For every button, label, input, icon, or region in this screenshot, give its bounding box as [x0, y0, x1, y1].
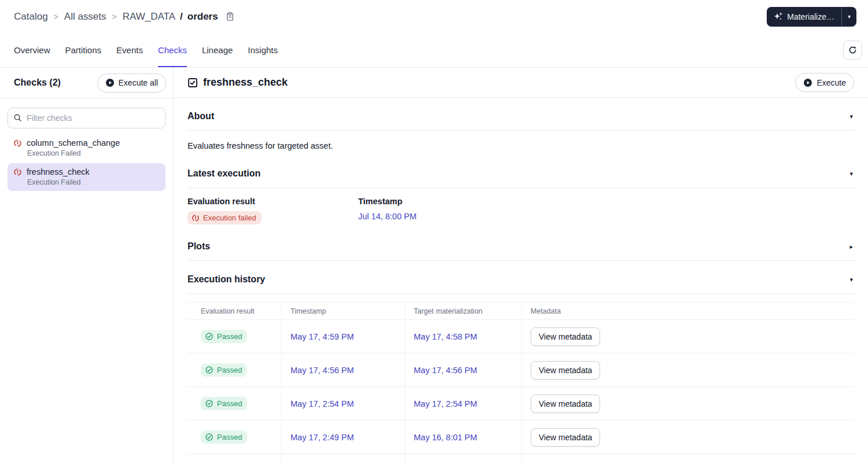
target-materialization-link[interactable]: May 17, 4:56 PM [414, 366, 477, 375]
section-divider [187, 293, 854, 294]
view-metadata-button[interactable]: View metadata [531, 395, 600, 413]
table-row: Passed May 17, 4:56 PM May 17, 4:56 PM V… [187, 353, 854, 387]
latest-execution-timestamp-link[interactable]: Jul 14, 8:00 PM [358, 212, 417, 221]
materialize-button[interactable]: Materialize… ▾ [767, 7, 856, 27]
execute-all-button[interactable]: Execute all [97, 73, 166, 93]
column-header-timestamp: Timestamp [281, 303, 404, 320]
latest-execution-heading: Latest execution [187, 168, 260, 179]
table-row: Passed May 17, 2:49 PM May 16, 8:01 PM V… [187, 421, 854, 454]
passed-badge: Passed [201, 397, 247, 410]
target-materialization-link[interactable]: May 17, 4:58 PM [414, 332, 477, 341]
collapse-caret-icon[interactable]: ▾ [849, 277, 853, 283]
execution-timestamp-link[interactable]: May 17, 4:59 PM [290, 332, 354, 341]
evaluation-result-label: Evaluation result [187, 197, 358, 206]
passed-badge: Passed [201, 330, 247, 343]
top-bar: Catalog > All assets > RAW_DATA / orders… [0, 0, 868, 33]
refresh-button[interactable] [843, 40, 862, 60]
target-materialization-link[interactable]: May 17, 2:54 PM [414, 399, 477, 408]
asset-path-divider: / [180, 11, 183, 23]
materialize-dropdown-caret-icon[interactable]: ▾ [841, 7, 856, 27]
collapse-caret-icon[interactable]: ▾ [849, 113, 853, 120]
view-metadata-button[interactable]: View metadata [531, 361, 600, 380]
execution-failed-icon [13, 168, 22, 176]
checks-sidebar: Checks (2) Execute all column_schema_cha… [0, 68, 174, 464]
play-circle-icon [803, 78, 812, 87]
breadcrumb-key-prefix[interactable]: RAW_DATA [123, 11, 175, 23]
tab-overview[interactable]: Overview [14, 33, 50, 67]
table-row [187, 454, 854, 464]
tab-bar: Overview Partitions Events Checks Lineag… [0, 33, 868, 68]
collapse-caret-icon[interactable]: ▾ [849, 171, 853, 177]
check-circle-icon [205, 366, 214, 374]
checks-count-title: Checks (2) [14, 78, 61, 88]
sparkle-icon [774, 12, 783, 21]
check-detail-pane: freshness_check Execute About ▾ Evaluate… [174, 68, 868, 464]
check-circle-icon [205, 332, 214, 341]
copy-asset-key-icon[interactable] [225, 12, 235, 21]
check-square-icon [187, 78, 198, 88]
breadcrumb-separator-icon: > [112, 12, 117, 21]
tab-insights[interactable]: Insights [248, 33, 278, 67]
about-section-header: About ▾ [187, 98, 854, 130]
materialize-label: Materialize… [787, 12, 834, 21]
table-row: Passed May 17, 2:54 PM May 17, 2:54 PM V… [187, 387, 854, 421]
check-list-item-freshness-check[interactable]: freshness_check Execution Failed [8, 163, 165, 191]
breadcrumb-current-asset: orders [187, 11, 218, 23]
tab-partitions[interactable]: Partitions [65, 33, 102, 67]
execute-button[interactable]: Execute [795, 73, 854, 92]
execution-history-section-header: Execution history ▾ [187, 261, 854, 293]
play-circle-icon [105, 78, 115, 87]
breadcrumb: Catalog > All assets > RAW_DATA / orders [14, 11, 235, 23]
column-header-metadata: Metadata [521, 303, 854, 320]
execution-failed-icon [13, 139, 22, 148]
execution-timestamp-link[interactable]: May 17, 2:49 PM [290, 433, 354, 442]
column-header-target-materialization: Target materialization [404, 303, 521, 320]
execution-timestamp-link[interactable]: May 17, 2:54 PM [290, 399, 354, 408]
about-description: Evaluates freshness for targeted asset. [187, 131, 854, 155]
check-title: freshness_check [203, 76, 288, 89]
timestamp-label: Timestamp [358, 197, 529, 206]
check-list-item-column-schema-change[interactable]: column_schema_change Execution Failed [8, 134, 165, 162]
tab-checks[interactable]: Checks [158, 33, 187, 67]
execution-failed-badge: Execution failed [187, 211, 262, 224]
execution-history-heading: Execution history [187, 274, 265, 285]
execution-failed-icon [192, 214, 200, 222]
execution-history-table: Evaluation result Timestamp Target mater… [187, 302, 854, 464]
view-metadata-button[interactable]: View metadata [531, 327, 600, 346]
search-icon [13, 113, 22, 122]
plots-heading: Plots [187, 241, 210, 252]
check-circle-icon [205, 433, 214, 441]
passed-badge: Passed [201, 363, 247, 377]
column-header-evaluation-result: Evaluation result [187, 303, 281, 320]
view-metadata-button[interactable]: View metadata [531, 428, 600, 447]
check-status-label: Execution Failed [27, 149, 160, 157]
breadcrumb-separator-icon: > [54, 12, 58, 21]
check-circle-icon [205, 399, 214, 408]
tab-lineage[interactable]: Lineage [202, 33, 233, 67]
breadcrumb-all-assets[interactable]: All assets [64, 11, 106, 23]
about-heading: About [187, 111, 214, 121]
passed-badge: Passed [201, 430, 247, 444]
check-status-label: Execution Failed [27, 178, 160, 186]
breadcrumb-catalog[interactable]: Catalog [14, 11, 48, 23]
tab-events[interactable]: Events [116, 33, 143, 67]
latest-execution-section-header: Latest execution ▾ [187, 155, 854, 187]
filter-checks-input[interactable] [8, 108, 165, 128]
execution-timestamp-link[interactable]: May 17, 4:56 PM [290, 366, 354, 375]
plots-section-header: Plots ▸ [187, 228, 854, 260]
expand-caret-icon[interactable]: ▸ [849, 244, 853, 250]
table-row: Passed May 17, 4:59 PM May 17, 4:58 PM V… [187, 320, 854, 353]
target-materialization-link[interactable]: May 16, 8:01 PM [414, 433, 477, 442]
refresh-icon [848, 45, 858, 55]
